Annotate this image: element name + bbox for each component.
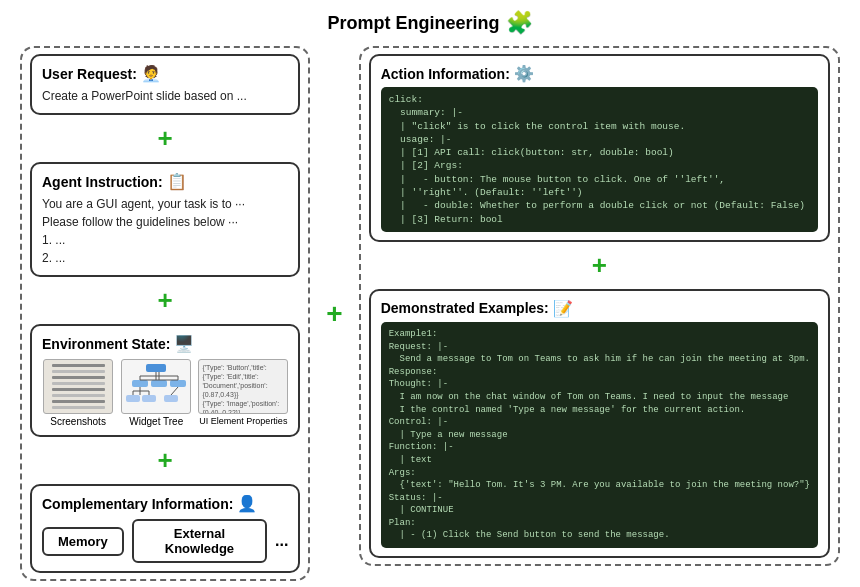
line3 [52, 376, 105, 379]
action-info-label: Action Information: [381, 66, 510, 82]
demo-examples-code: Example1: Request: |- Send a message to … [381, 322, 818, 548]
plus-icon-r1: + [592, 250, 607, 281]
plus-icon-2: + [158, 285, 173, 316]
comp-info-label: Complementary Information: [42, 496, 233, 512]
node-l2-2 [151, 380, 167, 387]
demonstrated-examples-card: Demonstrated Examples: 📝 Example1: Reque… [369, 289, 830, 558]
prop-line-3: 'Document','position':{0.87,0.43}} [202, 381, 284, 399]
line2 [52, 370, 105, 373]
left-column: User Request: 🧑‍💼 Create a PowerPoint sl… [20, 46, 310, 581]
plus-between-cols: + [322, 298, 346, 330]
user-icon: 🧑‍💼 [141, 64, 161, 83]
agent-icon: 📋 [167, 172, 187, 191]
prop-line-5: {0.40, 0.22}} [202, 408, 284, 414]
env-state-label: Environment State: [42, 336, 170, 352]
line6 [52, 394, 105, 397]
node-l3-1 [126, 395, 140, 402]
node-l3-3 [164, 395, 178, 402]
memory-button[interactable]: Memory [42, 527, 124, 556]
widget-tree-block: Widget Tree [120, 359, 192, 427]
screenshots-label: Screenshots [50, 416, 106, 427]
root-node [146, 364, 166, 372]
comp-icon: 👤 [237, 494, 257, 513]
screenshots-block: Screenshots [42, 359, 114, 427]
action-info-title: Action Information: ⚙️ [381, 64, 818, 83]
env-icon: 🖥️ [174, 334, 194, 353]
comp-buttons-row: Memory External Knowledge ... [42, 519, 288, 563]
screenshot-img [43, 359, 113, 414]
prop-line-4: {'Type': 'Image','position': [202, 399, 284, 408]
line7 [52, 400, 105, 403]
v8 [171, 387, 178, 395]
agent-instruction-title: Agent Instruction: 📋 [42, 172, 288, 191]
action-info-card: Action Information: ⚙️ click: summary: |… [369, 54, 830, 242]
more-dots: ... [275, 532, 288, 550]
action-info-code: click: summary: |- | "click" is to click… [381, 87, 818, 232]
agent-instruction-label: Agent Instruction: [42, 174, 163, 190]
env-state-title: Environment State: 🖥️ [42, 334, 288, 353]
screenshot-lines [48, 360, 109, 413]
puzzle-icon: 🧩 [506, 10, 533, 36]
prop-line-1: {'Type': 'Button','title': [202, 363, 284, 372]
agent-instruction-card: Agent Instruction: 📋 You are a GUI agent… [30, 162, 300, 277]
line8 [52, 406, 105, 409]
user-request-body: Create a PowerPoint slide based on ... [42, 87, 288, 105]
line4 [52, 382, 105, 385]
plus-icon-1: + [158, 123, 173, 154]
action-icon: ⚙️ [514, 64, 534, 83]
demo-icon: 📝 [553, 299, 573, 318]
agent-instruction-body: You are a GUI agent, your task is to ···… [42, 195, 288, 267]
ui-props-block: {'Type': 'Button','title': {'Type': 'Edi… [198, 359, 288, 426]
demo-examples-title: Demonstrated Examples: 📝 [381, 299, 818, 318]
user-request-title: User Request: 🧑‍💼 [42, 64, 288, 83]
env-images-row: Screenshots [42, 359, 288, 427]
title-text: Prompt Engineering [327, 13, 499, 34]
ui-props-label: UI Element Properties [199, 416, 287, 426]
user-request-card: User Request: 🧑‍💼 Create a PowerPoint sl… [30, 54, 300, 115]
widget-tree-label: Widget Tree [129, 416, 183, 427]
comp-info-title: Complementary Information: 👤 [42, 494, 288, 513]
node-l2-3 [170, 380, 186, 387]
node-l2-1 [132, 380, 148, 387]
page-title: Prompt Engineering 🧩 [327, 10, 532, 36]
plus-icon-3: + [158, 445, 173, 476]
prop-line-2: {'Type': 'Edit','title': [202, 372, 284, 381]
external-knowledge-button[interactable]: External Knowledge [132, 519, 267, 563]
line5 [52, 388, 105, 391]
environment-state-card: Environment State: 🖥️ [30, 324, 300, 437]
plus-2: + [30, 285, 300, 316]
node-l3-2 [142, 395, 156, 402]
plus-3: + [30, 445, 300, 476]
widget-tree-img [121, 359, 191, 414]
plus-right-1: + [369, 250, 830, 281]
user-request-label: User Request: [42, 66, 137, 82]
line1 [52, 364, 105, 367]
right-column: Action Information: ⚙️ click: summary: |… [359, 46, 840, 566]
plus-1: + [30, 123, 300, 154]
ui-props-img: {'Type': 'Button','title': {'Type': 'Edi… [198, 359, 288, 414]
complementary-info-card: Complementary Information: 👤 Memory Exte… [30, 484, 300, 573]
demo-examples-label: Demonstrated Examples: [381, 300, 549, 316]
tree-svg [124, 362, 189, 412]
